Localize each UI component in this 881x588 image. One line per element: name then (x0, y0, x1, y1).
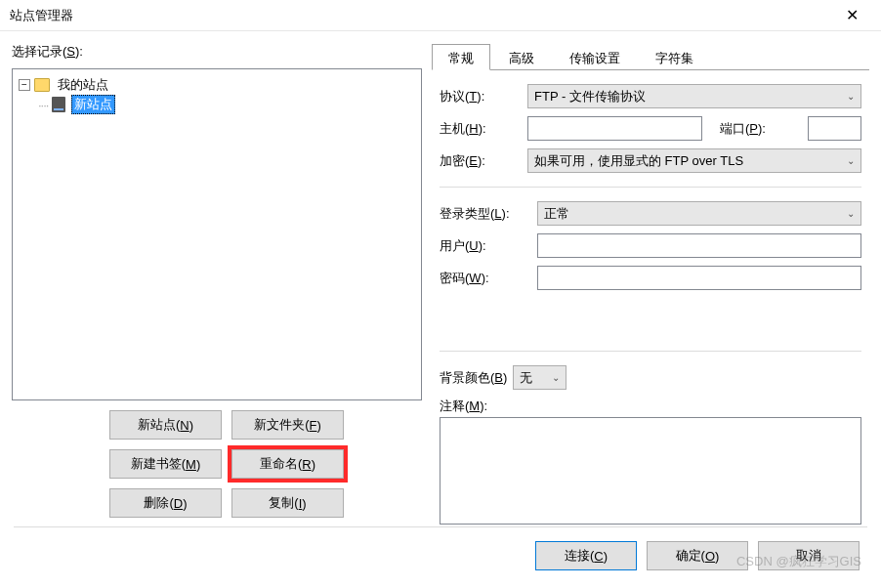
footer-buttons: 连接(C) 确定(O) 取消 (0, 541, 881, 588)
copy-button[interactable]: 复制(I) (231, 488, 344, 518)
chevron-down-icon: ⌄ (847, 208, 855, 219)
folder-icon (34, 78, 50, 92)
close-button[interactable]: ✕ (832, 0, 871, 31)
select-entry-label: 选择记录(S): (12, 43, 422, 61)
separator (440, 187, 861, 188)
delete-button[interactable]: 删除(D) (109, 488, 222, 518)
ok-button[interactable]: 确定(O) (647, 541, 748, 570)
comment-label: 注释(M): (440, 399, 487, 413)
connect-button[interactable]: 连接(C) (535, 541, 637, 570)
port-label: 端口(P): (720, 120, 798, 138)
protocol-label: 协议(T): (440, 88, 518, 105)
tab-advanced[interactable]: 高级 (492, 44, 551, 70)
logon-type-label: 登录类型(L): (440, 205, 527, 223)
chevron-down-icon: ⌄ (552, 372, 560, 383)
tree-connector-icon: ···· (38, 98, 48, 112)
bgcolor-select[interactable]: 无⌄ (513, 365, 566, 390)
tab-transfer[interactable]: 传输设置 (553, 44, 637, 70)
new-folder-button[interactable]: 新文件夹(F) (231, 410, 344, 440)
tree-item-row[interactable]: ···· 新站点 (38, 95, 415, 114)
site-buttons: 新站点(N) 新文件夹(F) 新建书签(M) 重命名(R) 删除(D) 复制(I… (12, 410, 422, 518)
general-form: 协议(T): FTP - 文件传输协议⌄ 主机(H): 端口(P): 加密(E)… (432, 70, 869, 525)
user-label: 用户(U): (440, 237, 527, 255)
encryption-label: 加密(E): (440, 152, 518, 170)
password-label: 密码(W): (440, 270, 527, 287)
rename-highlight-box: 重命名(R) (228, 445, 348, 483)
chevron-down-icon: ⌄ (847, 91, 855, 102)
chevron-down-icon: ⌄ (847, 155, 855, 166)
separator (440, 351, 861, 352)
titlebar: 站点管理器 ✕ (0, 0, 881, 31)
site-tree[interactable]: − 我的站点 ···· 新站点 (12, 68, 422, 400)
host-label: 主机(H): (440, 120, 518, 138)
tab-charset[interactable]: 字符集 (639, 44, 710, 70)
tree-root-row[interactable]: − 我的站点 (19, 75, 415, 95)
bgcolor-label: 背景颜色(B) (440, 369, 507, 387)
encryption-select[interactable]: 如果可用，使用显式的 FTP over TLS⌄ (527, 148, 861, 173)
cancel-button[interactable]: 取消 (758, 541, 860, 570)
user-input[interactable] (537, 233, 861, 258)
new-site-button[interactable]: 新站点(N) (109, 410, 222, 440)
window-title: 站点管理器 (10, 7, 832, 24)
new-bookmark-button[interactable]: 新建书签(M) (109, 449, 222, 479)
server-icon (52, 97, 65, 112)
host-input[interactable] (527, 116, 702, 141)
footer-separator (14, 526, 867, 527)
protocol-select[interactable]: FTP - 文件传输协议⌄ (527, 84, 861, 108)
logon-type-select[interactable]: 正常⌄ (537, 201, 861, 226)
tree-item-label[interactable]: 新站点 (71, 95, 115, 114)
rename-button[interactable]: 重命名(R) (231, 449, 344, 479)
comment-textarea[interactable] (440, 417, 861, 525)
port-input[interactable] (808, 116, 861, 141)
collapse-icon[interactable]: − (19, 79, 30, 91)
password-input[interactable] (537, 266, 861, 290)
tab-general[interactable]: 常规 (432, 44, 490, 70)
tree-root-label: 我的站点 (56, 76, 110, 94)
tabs-bar: 常规 高级 传输设置 字符集 (432, 43, 869, 70)
